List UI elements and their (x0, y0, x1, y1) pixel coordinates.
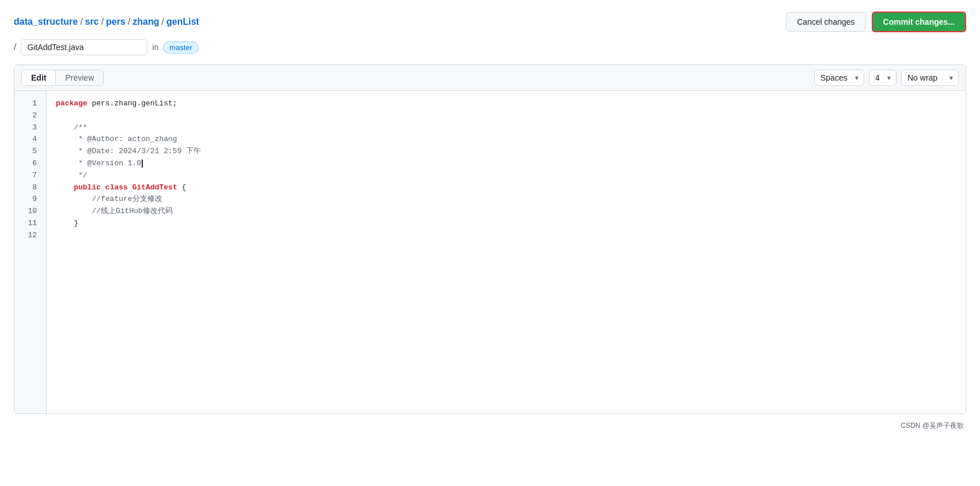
breadcrumb-link-src[interactable]: src (85, 17, 99, 27)
code-token: { (177, 182, 187, 194)
tab-edit[interactable]: Edit (22, 70, 55, 85)
text-cursor (142, 160, 143, 168)
breadcrumb-sep-3: / (128, 17, 130, 27)
line-number: 6 (14, 158, 46, 170)
line-number: 12 (14, 230, 46, 242)
header-row: data_structure / src / pers / zhang / ge… (14, 12, 966, 32)
code-token (101, 182, 105, 194)
code-line: /** (56, 122, 956, 134)
code-token: public (74, 182, 101, 194)
breadcrumb: data_structure / src / pers / zhang / ge… (14, 17, 199, 27)
breadcrumb-sep-2: / (101, 17, 104, 27)
code-line: //feature分支修改 (56, 193, 956, 206)
breadcrumb-sep-4: / (162, 17, 164, 27)
line-number: 2 (14, 110, 46, 122)
code-token: GitAddTest (132, 182, 177, 194)
code-line: * @Author: acton_zhang (56, 134, 956, 146)
line-number: 4 (14, 134, 46, 146)
code-token: * @Version 1.0 (56, 158, 141, 170)
filepath-row: / in master (14, 39, 966, 55)
filepath-sep: / (14, 42, 16, 52)
line-number: 8 (14, 182, 46, 194)
code-token: //feature分支修改 (56, 193, 162, 206)
line-number: 9 (14, 193, 46, 206)
breadcrumb-sep-1: / (80, 17, 82, 27)
line-number: 11 (14, 218, 46, 230)
commit-changes-button[interactable]: Commit changes... (872, 12, 966, 32)
code-line: public class GitAddTest { (56, 182, 956, 194)
code-line: //线上GitHub修改代码 (56, 206, 956, 218)
toolbar-right: Spaces Tabs ▼ 2 4 8 ▼ No wrap (814, 70, 959, 86)
tab-group: Edit Preview (21, 70, 104, 86)
code-token: * @Author: acton_zhang (56, 134, 177, 146)
code-editor: 123456789101112 package pers.zhang.genLi… (14, 91, 966, 413)
code-token: */ (56, 170, 88, 182)
code-line: * @Date: 2024/3/21 2:59 下午 (56, 146, 956, 158)
code-token: //线上GitHub修改代码 (56, 206, 173, 218)
editor-toolbar: Edit Preview Spaces Tabs ▼ 2 4 8 (14, 65, 966, 91)
code-line: } (56, 218, 956, 230)
cancel-changes-button[interactable]: Cancel changes (786, 12, 865, 32)
filename-input[interactable] (21, 39, 147, 55)
code-content[interactable]: package pers.zhang.genList; /** * @Autho… (47, 91, 966, 413)
breadcrumb-link-zhang[interactable]: zhang (132, 17, 159, 27)
code-token (128, 182, 132, 194)
breadcrumb-link-pers[interactable]: pers (106, 17, 126, 27)
line-number: 7 (14, 170, 46, 182)
code-token: /** (56, 122, 88, 134)
size-select[interactable]: 2 4 8 (869, 70, 897, 86)
code-line: * @Version 1.0 (56, 158, 956, 170)
branch-badge: master (163, 41, 199, 54)
code-line (56, 230, 956, 242)
wrap-select[interactable]: No wrap Soft wrap (901, 70, 959, 86)
line-number: 3 (14, 122, 46, 134)
code-token: class (105, 182, 128, 194)
header-buttons: Cancel changes Commit changes... (786, 12, 966, 32)
line-number: 10 (14, 206, 46, 218)
watermark: CSDN @吴声子夜歌 (14, 421, 966, 431)
spaces-select[interactable]: Spaces Tabs (814, 70, 864, 86)
code-line: package pers.zhang.genList; (56, 98, 956, 110)
code-line: */ (56, 170, 956, 182)
code-token: package (56, 98, 88, 110)
code-token: pers.zhang.genList; (88, 98, 177, 110)
branch-in-label: in (152, 43, 158, 52)
line-number: 1 (14, 98, 46, 110)
size-select-wrapper: 2 4 8 ▼ (869, 70, 897, 86)
line-numbers: 123456789101112 (14, 91, 47, 413)
code-token (56, 182, 74, 194)
editor-container: Edit Preview Spaces Tabs ▼ 2 4 8 (14, 64, 966, 414)
tab-preview[interactable]: Preview (55, 70, 103, 85)
spaces-select-wrapper: Spaces Tabs ▼ (814, 70, 864, 86)
code-line (56, 110, 956, 122)
breadcrumb-link-data-structure[interactable]: data_structure (14, 17, 78, 27)
code-token: * @Date: 2024/3/21 2:59 下午 (56, 146, 201, 158)
code-token: } (56, 218, 78, 230)
wrap-select-wrapper: No wrap Soft wrap ▼ (901, 70, 959, 86)
breadcrumb-link-genlist[interactable]: genList (166, 17, 199, 27)
line-number: 5 (14, 146, 46, 158)
